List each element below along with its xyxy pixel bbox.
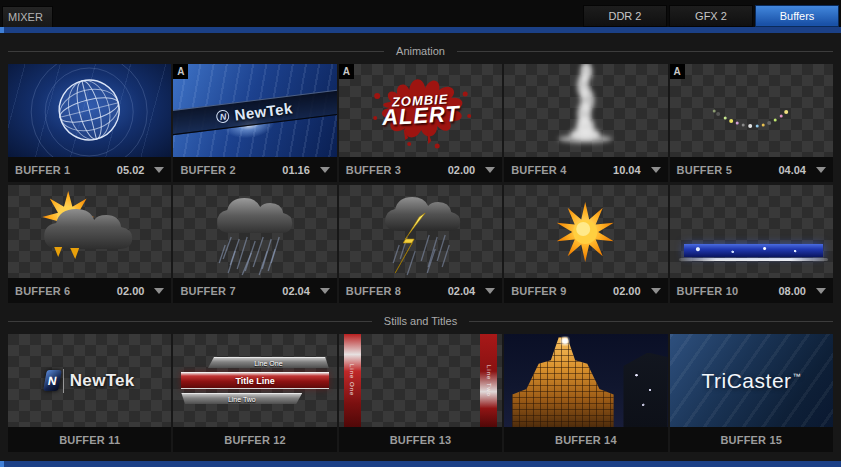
buffer-label-bar: BUFFER 504.04: [670, 157, 833, 182]
buffer-grid: BUFFER 105.02 N NewTek ABUFFER 201.16 ZO…: [8, 64, 833, 303]
buffer-name: BUFFER 8: [346, 285, 401, 297]
section-title: Stills and Titles: [384, 315, 457, 327]
tab-strip: DDR 2GFX 2Buffers: [583, 5, 839, 27]
storm-cloud-thumbnail[interactable]: [339, 185, 502, 278]
buffer-cell[interactable]: BUFFER 105.02: [8, 64, 171, 182]
tricaster-thumbnail[interactable]: TriCaster™: [670, 334, 833, 427]
buffer-name: BUFFER 13: [390, 434, 452, 446]
section-header: Animation: [8, 45, 833, 57]
header-rule-right: [469, 321, 833, 322]
dropdown-arrow-icon[interactable]: [816, 288, 826, 294]
buffer-label-bar: BUFFER 201.16: [173, 157, 336, 182]
dropdown-arrow-icon[interactable]: [816, 167, 826, 173]
section-header: Stills and Titles: [8, 315, 833, 327]
zombie-alert-text: ZOMBIE ALERT: [339, 64, 502, 157]
mixer-tab[interactable]: MIXER: [2, 6, 53, 27]
dropdown-arrow-icon[interactable]: [651, 167, 661, 173]
newtek-logo-thumbnail[interactable]: N NewTek: [8, 334, 171, 427]
buffer-label-bar: BUFFER 13: [339, 427, 502, 452]
building-thumbnail[interactable]: [504, 334, 667, 427]
buffer-name: BUFFER 14: [555, 434, 617, 446]
buffer-cell[interactable]: BUFFER 14: [504, 334, 667, 452]
dropdown-arrow-icon[interactable]: [154, 167, 164, 173]
vertical-banner-thumbnail[interactable]: Line One Line Two: [339, 334, 502, 427]
sparkle-trail-graphic: [670, 64, 833, 157]
sparkles-thumbnail[interactable]: A: [670, 64, 833, 157]
globe-graphic: [8, 64, 171, 157]
buffer-label-bar: BUFFER 602.00: [8, 278, 171, 303]
autoplay-badge: A: [670, 64, 685, 79]
smoke-thumbnail[interactable]: [504, 64, 667, 157]
mixer-tab-label: MIXER: [8, 11, 43, 23]
autoplay-badge: A: [173, 64, 188, 79]
dropdown-arrow-icon[interactable]: [154, 288, 164, 294]
newtek-logo: N NewTek: [8, 334, 171, 427]
logo-divider: [63, 369, 64, 393]
buffer-duration: 02.04: [448, 285, 476, 297]
buffer-cell[interactable]: N NewTek ABUFFER 201.16: [173, 64, 336, 182]
newtek-circle-logo-icon: N: [216, 109, 230, 123]
buffer-cell[interactable]: BUFFER 602.00: [8, 185, 171, 303]
tab-ddr-2[interactable]: DDR 2: [583, 5, 667, 27]
tab-buffers[interactable]: Buffers: [755, 5, 839, 27]
background-building: [623, 353, 667, 427]
buffer-name: BUFFER 15: [720, 434, 782, 446]
title-lines-thumbnail[interactable]: Line One Title Line Line Two: [173, 334, 336, 427]
section-title: Animation: [396, 45, 445, 57]
building-spire-light: [560, 336, 570, 346]
buffer-cell[interactable]: ZOMBIE ALERT ABUFFER 302.00: [339, 64, 502, 182]
sun-cloud-weather-icon: [8, 185, 171, 278]
title-line-text: Title Line: [235, 376, 274, 386]
vertical-banner-left: Line One: [344, 334, 361, 427]
buffer-cell[interactable]: BUFFER 410.04: [504, 64, 667, 182]
title-line-bar: Title Line: [181, 372, 328, 389]
rain-cloud-thumbnail[interactable]: [173, 185, 336, 278]
buffer-cell[interactable]: BUFFER 1008.00: [670, 185, 833, 303]
buffer-duration: 08.00: [778, 285, 806, 297]
buffer-cell[interactable]: BUFFER 802.04: [339, 185, 502, 303]
top-bar: MIXER DDR 2GFX 2Buffers: [0, 0, 841, 27]
dropdown-arrow-icon[interactable]: [320, 167, 330, 173]
header-rule-left: [8, 321, 372, 322]
sun-weather-icon: [504, 185, 667, 278]
buffer-name: BUFFER 1: [15, 164, 70, 176]
newtek-logo-text: NewTek: [70, 371, 135, 391]
newtek-banner-thumbnail[interactable]: N NewTek A: [173, 64, 336, 157]
buffer-cell[interactable]: Line One Line TwoBUFFER 13: [339, 334, 502, 452]
globe-thumbnail[interactable]: [8, 64, 171, 157]
line-one-bar: Line One: [208, 357, 329, 368]
buffer-label-bar: BUFFER 11: [8, 427, 171, 452]
zombie-alert-thumbnail[interactable]: ZOMBIE ALERT A: [339, 64, 502, 157]
buffer-name: BUFFER 6: [15, 285, 70, 297]
bottom-accent-bar: [0, 461, 841, 467]
newtek-n-icon: N: [43, 370, 62, 391]
buffer-cell[interactable]: Line One Title Line Line Two BUFFER 12: [173, 334, 336, 452]
buffer-cell[interactable]: TriCaster™ BUFFER 15: [670, 334, 833, 452]
tab-gfx-2[interactable]: GFX 2: [669, 5, 753, 27]
buffer-label-bar: BUFFER 802.04: [339, 278, 502, 303]
dropdown-arrow-icon[interactable]: [651, 288, 661, 294]
buffer-name: BUFFER 2: [180, 164, 235, 176]
sun-cloud-thumbnail[interactable]: [8, 185, 171, 278]
newtek-banner-text: NewTek: [234, 99, 294, 123]
line-two-text: Line Two: [228, 396, 256, 403]
buffer-cell[interactable]: BUFFER 702.04: [173, 185, 336, 303]
buffer-name: BUFFER 5: [677, 164, 732, 176]
dropdown-arrow-icon[interactable]: [320, 288, 330, 294]
blue-lower-third-banner: [684, 244, 823, 257]
buffer-cell[interactable]: N NewTek BUFFER 11: [8, 334, 171, 452]
buffer-label-bar: BUFFER 410.04: [504, 157, 667, 182]
blue-banner-thumbnail[interactable]: [670, 185, 833, 278]
dropdown-arrow-icon[interactable]: [485, 288, 495, 294]
sun-thumbnail[interactable]: [504, 185, 667, 278]
dropdown-arrow-icon[interactable]: [485, 167, 495, 173]
buffer-name: BUFFER 7: [180, 285, 235, 297]
vertical-banner-right: Line Two: [480, 334, 497, 427]
vertical-banner-right-text: Line Two: [486, 365, 492, 397]
buffer-cell[interactable]: ABUFFER 504.04: [670, 64, 833, 182]
buffer-label-bar: BUFFER 105.02: [8, 157, 171, 182]
banner-underline: [679, 258, 828, 261]
buffer-cell[interactable]: BUFFER 902.00: [504, 185, 667, 303]
accent-notch: [0, 27, 4, 33]
vertical-banner-left-text: Line One: [349, 364, 355, 396]
